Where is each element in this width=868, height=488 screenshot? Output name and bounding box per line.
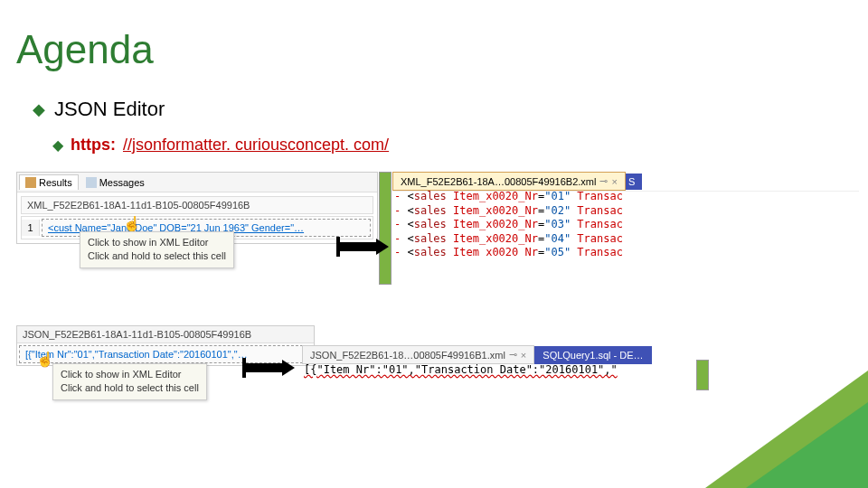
grid-icon bbox=[25, 177, 36, 188]
xml-line: - <sales Item_x0020_Nr="04" Transac bbox=[394, 232, 855, 247]
xml-line: - <sales Item_x0020_Nr="03" Transac bbox=[394, 218, 855, 232]
editor-tab-row: JSON_F52E2B61-18…00805F49916B1.xml ⊸ × S… bbox=[302, 345, 859, 364]
tab-json-file[interactable]: JSON_F52E2B61-18…00805F49916B1.xml ⊸ × bbox=[302, 345, 534, 364]
tab-results[interactable]: Results bbox=[19, 174, 79, 190]
pin-icon[interactable]: ⊸ bbox=[509, 349, 517, 361]
message-icon bbox=[86, 177, 97, 188]
tab-side[interactable]: S bbox=[626, 174, 642, 190]
bullet-level-1: ◆ JSON Editor bbox=[33, 98, 165, 121]
xml-line: - <sales Item_x0020_Nr="02" Transac bbox=[394, 204, 855, 219]
json-cell-link[interactable]: [{"Item Nr":"01","Transaction Date":"201… bbox=[19, 345, 312, 363]
slide-title: Agenda bbox=[16, 27, 154, 72]
bullet-text: JSON Editor bbox=[54, 98, 165, 121]
editor-tab-row: XML_F52E2B61-18A…00805F49916B2.xml ⊸ × S bbox=[392, 172, 859, 192]
row-number: 1 bbox=[22, 220, 40, 236]
column-header[interactable]: JSON_F52E2B61-18A1-11d1-B105-00805F49916… bbox=[17, 326, 314, 343]
xml-line: - <sales Item x0020 Nr="05" Transac bbox=[394, 246, 855, 260]
tab-messages[interactable]: Messages bbox=[80, 175, 150, 190]
results-tabs: Results Messages bbox=[17, 173, 377, 192]
xml-editor-content: - <sales Item_x0020_Nr="01" Transac - <s… bbox=[394, 190, 855, 260]
tooltip-line: Click and hold to select this cell bbox=[88, 249, 226, 263]
tab-label: Messages bbox=[99, 177, 145, 188]
tab-label: SQLQuery1.sql - DE… bbox=[542, 350, 643, 361]
link-prefix: https: bbox=[71, 136, 116, 155]
tab-sqlquery[interactable]: SQLQuery1.sql - DE… bbox=[534, 346, 651, 364]
json-output-text: [{"Item Nr":"01","Transaction Date":"201… bbox=[304, 363, 618, 376]
column-header[interactable]: XML_F52E2B61-18A1-11d1-B105-00805F49916B bbox=[21, 196, 373, 214]
close-icon[interactable]: × bbox=[611, 176, 617, 187]
xml-line: - <sales Item_x0020_Nr="01" Transac bbox=[394, 190, 855, 204]
tab-label: JSON_F52E2B61-18…00805F49916B1.xml bbox=[310, 350, 505, 361]
url-link[interactable]: //jsonformatter. curiousconcept. com/ bbox=[123, 136, 389, 155]
tooltip: Click to show in XML Editor Click and ho… bbox=[52, 363, 207, 400]
tooltip: Click to show in XML Editor Click and ho… bbox=[80, 231, 234, 268]
pin-icon[interactable]: ⊸ bbox=[599, 175, 608, 187]
decorative-corner bbox=[705, 371, 868, 488]
cursor-icon: ☝ bbox=[123, 215, 141, 232]
tab-label: Results bbox=[39, 177, 72, 188]
divider-bar bbox=[379, 172, 392, 285]
tab-xml-file[interactable]: XML_F52E2B61-18A…00805F49916B2.xml ⊸ × bbox=[392, 172, 626, 191]
cursor-icon: ☝ bbox=[36, 351, 54, 368]
tooltip-line: Click and hold to select this cell bbox=[61, 381, 199, 395]
tab-label: XML_F52E2B61-18A…00805F49916B2.xml bbox=[401, 176, 596, 187]
bullet-marker-icon: ◆ bbox=[52, 136, 63, 154]
tooltip-line: Click to show in XML Editor bbox=[61, 368, 199, 381]
bullet-level-2: ◆ https: //jsonformatter. curiousconcept… bbox=[52, 136, 389, 155]
close-icon[interactable]: × bbox=[521, 350, 526, 361]
bullet-marker-icon: ◆ bbox=[33, 99, 45, 119]
json-panel: JSON_F52E2B61-18A1-11d1-B105-00805F49916… bbox=[16, 325, 315, 366]
tooltip-line: Click to show in XML Editor bbox=[88, 236, 226, 249]
